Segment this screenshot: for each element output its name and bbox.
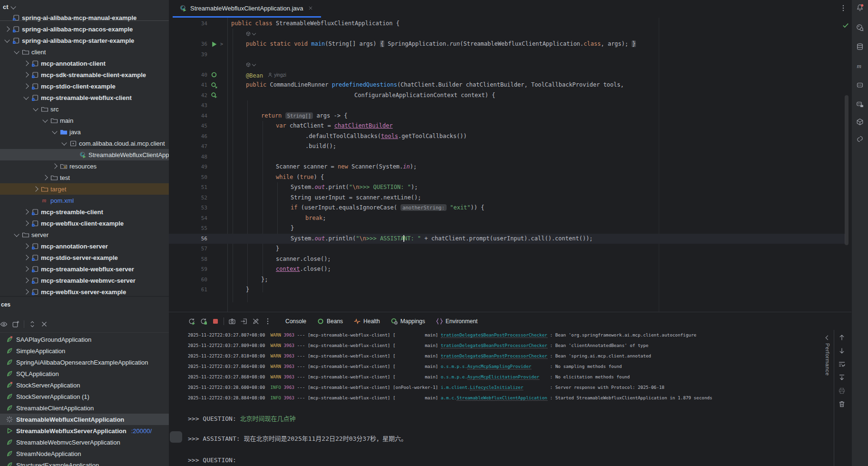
- service-item[interactable]: SpringAiAlibabaOpensearchExampleApplicat…: [0, 357, 169, 368]
- project-tree-item[interactable]: spring-ai-alibaba-mcp-nacos-example: [0, 23, 169, 35]
- code-vision-icon[interactable]: [246, 62, 251, 67]
- ai-search-icon[interactable]: [856, 24, 864, 31]
- chevron-right-icon[interactable]: [23, 289, 29, 294]
- service-item[interactable]: SAAPlayGroundApplication: [0, 334, 169, 345]
- cube-icon[interactable]: [856, 118, 864, 126]
- project-tree-item[interactable]: mcp-stdio-client-example: [0, 80, 169, 92]
- author-inlay[interactable]: yingzi: [268, 70, 286, 80]
- edit-slash-icon[interactable]: [252, 317, 260, 325]
- project-tree-item[interactable]: mcp-streamable-webflux-client: [0, 92, 169, 103]
- gutter-bean-out-icon[interactable]: [210, 81, 218, 89]
- project-tree-item[interactable]: mcp-sdk-streamable-client-example: [0, 69, 169, 80]
- service-item[interactable]: StockServerApplication: [0, 379, 169, 391]
- chevron-right-icon[interactable]: [23, 255, 29, 260]
- project-tree-item[interactable]: mcp-annotation-client: [0, 58, 169, 69]
- project-tree-item[interactable]: spring-ai-alibaba-mcp-manual-example: [0, 12, 169, 23]
- service-url[interactable]: :20000/: [131, 427, 152, 435]
- bell-icon[interactable]: [856, 4, 864, 11]
- more-options-icon[interactable]: [839, 4, 847, 12]
- project-tree-item[interactable]: mcp-streamable-webflux-server: [0, 263, 169, 275]
- expand-ud-icon[interactable]: [29, 320, 36, 328]
- camera-icon[interactable]: [228, 317, 236, 325]
- service-item[interactable]: StreamableWebfluxServerApplication:20000…: [0, 425, 169, 436]
- service-item[interactable]: StreamableWebmvcServerApplication: [0, 436, 169, 448]
- service-item[interactable]: StreamableClientApplication: [0, 402, 169, 414]
- gutter-run-icon[interactable]: [210, 40, 218, 48]
- project-tree-item[interactable]: StreamableWebfluxClientApplication: [0, 149, 169, 160]
- editor-scrollbar[interactable]: [845, 95, 848, 245]
- chevron-right-icon[interactable]: [23, 220, 29, 226]
- project-tree-item[interactable]: com.alibaba.cloud.ai.mcp.client: [0, 138, 169, 149]
- chevron-right-icon[interactable]: [23, 278, 29, 283]
- chevron-right-icon[interactable]: [23, 60, 29, 66]
- project-tree-item[interactable]: spring-ai-alibaba-mcp-starter-example: [0, 35, 169, 46]
- close-icon[interactable]: [308, 5, 313, 10]
- logger-link[interactable]: trationDelegate$BeanPostProcessorChecker: [441, 343, 547, 348]
- gutter-bean-in-icon[interactable]: [210, 91, 218, 99]
- project-tree-item[interactable]: java: [0, 126, 169, 138]
- eye-icon[interactable]: [0, 320, 8, 328]
- chevron-right-icon[interactable]: [23, 243, 29, 248]
- logger-link[interactable]: AsyncMcpSamplingProvider: [468, 364, 531, 369]
- arrow-down-icon[interactable]: [838, 347, 846, 355]
- logger-link[interactable]: LifecycleInitializer: [470, 385, 523, 390]
- editor-tab-active[interactable]: StreamableWebfluxClientApplication.java: [173, 0, 321, 18]
- run-tab-console[interactable]: Console: [285, 318, 306, 325]
- performance-collapsed-tab[interactable]: Performance: [821, 336, 834, 376]
- fold-marker[interactable]: >: [220, 39, 223, 50]
- project-tree-item[interactable]: mcp-webflux-server-example: [0, 286, 169, 296]
- softwrap-icon[interactable]: [838, 360, 846, 368]
- maven-m-icon[interactable]: m: [856, 62, 864, 69]
- chevron-down-icon[interactable]: [61, 140, 67, 145]
- service-item[interactable]: SQLApplication: [0, 368, 169, 379]
- add-box-icon[interactable]: [12, 320, 20, 328]
- rerun-debug-icon[interactable]: [200, 317, 207, 325]
- project-tree-item[interactable]: mcp-annotation-server: [0, 240, 169, 252]
- arrow-up-icon[interactable]: [838, 334, 846, 341]
- code-vision-icon[interactable]: [246, 31, 251, 36]
- logger-link[interactable]: trationDelegate$BeanPostProcessorChecker: [441, 332, 547, 338]
- close-x-icon[interactable]: [40, 320, 48, 328]
- project-tree-item[interactable]: mcp-streamable-webmvc-server: [0, 275, 169, 286]
- run-tab-health[interactable]: Health: [353, 317, 380, 325]
- service-item[interactable]: SimpleApplication: [0, 345, 169, 357]
- chevron-right-icon[interactable]: [23, 209, 29, 214]
- run-tab-beans[interactable]: Beans: [317, 317, 343, 325]
- run-tab-mappings[interactable]: Mappings: [390, 317, 425, 325]
- kebab-icon[interactable]: [264, 317, 272, 325]
- gutter-bean-icon[interactable]: [210, 71, 218, 79]
- project-tree-item[interactable]: src: [0, 103, 169, 115]
- chevron-down-icon[interactable]: [23, 94, 29, 99]
- chevron-right-icon[interactable]: [33, 186, 38, 191]
- code-editor[interactable]: 34public class StreamableWebfluxClientAp…: [169, 18, 851, 312]
- chevron-down-icon[interactable]: [14, 49, 19, 54]
- project-tree-item[interactable]: client: [0, 46, 169, 58]
- swirl-icon[interactable]: [856, 135, 864, 143]
- project-tree-item[interactable]: target: [0, 183, 169, 195]
- chevron-right-icon[interactable]: [23, 72, 29, 77]
- project-tree-item[interactable]: mpom.xml: [0, 195, 169, 206]
- project-selector[interactable]: ct: [3, 2, 15, 11]
- logger-link[interactable]: StreamableWebfluxClientApplication: [457, 395, 547, 401]
- project-tree-item[interactable]: resources: [0, 160, 169, 172]
- robot-icon[interactable]: [856, 81, 864, 89]
- chevron-right-icon[interactable]: [23, 83, 29, 89]
- project-tree-item[interactable]: main: [0, 115, 169, 126]
- logger-link[interactable]: trationDelegate$BeanPostProcessorChecker: [441, 353, 547, 359]
- chevron-right-icon[interactable]: [23, 266, 29, 271]
- attach-icon[interactable]: [240, 317, 248, 325]
- project-tree-item[interactable]: mcp-streamble-client: [0, 206, 169, 218]
- project-tree-item[interactable]: mcp-webflux-client-example: [0, 218, 169, 229]
- service-item[interactable]: StructuredExampleApplication: [0, 459, 169, 466]
- project-tree-item[interactable]: server: [0, 229, 169, 240]
- rerun-icon[interactable]: [188, 317, 195, 325]
- stop-icon[interactable]: [212, 317, 219, 325]
- trash-icon[interactable]: [838, 400, 846, 408]
- robot-chat-icon[interactable]: [856, 100, 864, 108]
- chevron-right-icon[interactable]: [52, 163, 57, 169]
- chevron-down-icon[interactable]: [52, 129, 57, 134]
- chevron-right-icon[interactable]: [42, 175, 48, 180]
- service-item[interactable]: StreamNodeApplication: [0, 448, 169, 459]
- print-icon[interactable]: [838, 387, 846, 395]
- scrollend-icon[interactable]: [838, 374, 846, 381]
